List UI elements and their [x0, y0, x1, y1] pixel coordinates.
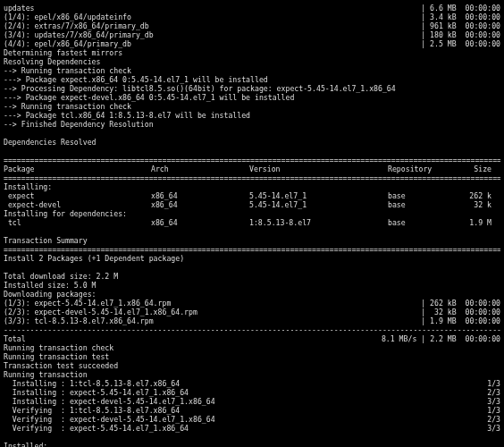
text: Total — [4, 334, 26, 343]
line: Running transaction test — [4, 352, 500, 361]
col-repo: Repository — [388, 164, 459, 173]
text: (2/4): extras/7/x86_64/primary_db — [4, 21, 149, 30]
rule: ========================================… — [4, 245, 500, 254]
text: | 3.4 kB 00:00:00 — [421, 13, 500, 21]
line: --> Processing Dependency: libtcl8.5.so(… — [4, 84, 500, 93]
line: Verifying : 1:tcl-8.5.13-8.el7.x86_641/3 — [4, 406, 500, 415]
blank — [4, 433, 500, 442]
line: Transaction Summary — [4, 236, 500, 245]
text: 3/3 — [487, 424, 500, 433]
line: Total download size: 2.2 M — [4, 272, 500, 281]
line: updates| 6.6 MB 00:00:00 — [4, 4, 500, 13]
line: --> Running transaction check — [4, 66, 500, 75]
col-pkg: Package — [4, 164, 151, 173]
col-size: Size — [459, 164, 491, 173]
line: Total8.1 MB/s | 2.2 MB 00:00:00 — [4, 334, 500, 343]
text: (2/3): expect-devel-5.45-14.el7_1.x86_64… — [4, 308, 197, 316]
line: Transaction test succeeded — [4, 361, 500, 370]
text: Verifying : expect-devel-5.45-14.el7_1.x… — [4, 415, 487, 424]
cell-pkg: expect-devel — [4, 200, 151, 209]
rule-thin: ----------------------------------------… — [4, 325, 500, 334]
text: | 2.5 MB 00:00:00 — [421, 39, 500, 48]
line: Installing : 1:tcl-8.5.13-8.el7.x86_641/… — [4, 379, 500, 388]
cell-arch: x86_64 — [151, 200, 249, 209]
cell-repo: base — [388, 218, 459, 227]
terminal[interactable]: updates| 6.6 MB 00:00:00 (1/4): epel/x86… — [0, 0, 504, 447]
text: 1/3 — [487, 406, 500, 415]
col-arch: Arch — [151, 164, 249, 173]
text: 8.1 MB/s | 2.2 MB 00:00:00 — [382, 334, 500, 343]
cell-arch: x86_64 — [151, 218, 249, 227]
cell-ver: 5.45-14.el7_1 — [249, 200, 388, 209]
line: (3/3): tcl-8.5.13-8.el7.x86_64.rpm| 1.9 … — [4, 316, 500, 325]
text: (4/4): epel/x86_64/primary_db — [4, 39, 131, 48]
text: Verifying : expect-5.45-14.el7_1.x86_64 — [4, 424, 487, 433]
line: Downloading packages: — [4, 290, 500, 299]
line: ---> Package expect.x86_64 0:5.45-14.el7… — [4, 75, 500, 84]
text: 2/3 — [487, 388, 500, 397]
cell-pkg: expect — [4, 191, 151, 200]
blank — [4, 129, 500, 138]
text: (1/3): expect-5.45-14.el7_1.x86_64.rpm — [4, 299, 171, 308]
line: (2/3): expect-devel-5.45-14.el7_1.x86_64… — [4, 308, 500, 316]
text: (1/4): epel/x86_64/updateinfo — [4, 13, 131, 21]
table-row: tclx86_641:8.5.13-8.el7base1.9 M — [4, 218, 500, 227]
text: (3/3): tcl-8.5.13-8.el7.x86_64.rpm — [4, 316, 154, 325]
cell-pkg: tcl — [4, 218, 151, 227]
cell-ver: 5.45-14.el7_1 — [249, 191, 388, 200]
line: Resolving Dependencies — [4, 57, 500, 66]
text: | 1.9 MB 00:00:00 — [421, 316, 500, 325]
line: --> Finished Dependency Resolution — [4, 120, 500, 129]
text: Installing : expect-5.45-14.el7_1.x86_64 — [4, 388, 487, 397]
text: 3/3 — [487, 397, 500, 406]
line: ---> Package tcl.x86_64 1:8.5.13-8.el7 w… — [4, 111, 500, 120]
blank — [4, 227, 500, 236]
rule: ========================================… — [4, 156, 500, 164]
text: | 32 kB 00:00:00 — [421, 308, 500, 316]
line: Verifying : expect-devel-5.45-14.el7_1.x… — [4, 415, 500, 424]
text: updates — [4, 4, 35, 13]
line: Installing : expect-devel-5.45-14.el7_1.… — [4, 397, 500, 406]
text: | 961 kB 00:00:00 — [421, 21, 500, 30]
line: Determining fastest mirrors — [4, 48, 500, 57]
text: 2/3 — [487, 415, 500, 424]
line: --> Running transaction check — [4, 102, 500, 111]
cell-size: 32 k — [459, 200, 491, 209]
text: Installing : expect-devel-5.45-14.el7_1.… — [4, 397, 487, 406]
cell-arch: x86_64 — [151, 191, 249, 200]
table-header: Package Arch Version Repository Size — [4, 164, 500, 173]
text: | 262 kB 00:00:00 — [421, 299, 500, 308]
text: (3/4): updates/7/x86_64/primary_db — [4, 30, 154, 39]
text: Installing : 1:tcl-8.5.13-8.el7.x86_64 — [4, 379, 487, 388]
text: | 180 kB 00:00:00 — [421, 30, 500, 39]
table-row: expect-develx86_645.45-14.el7_1base32 k — [4, 200, 500, 209]
rule: ========================================… — [4, 173, 500, 182]
line: Running transaction check — [4, 343, 500, 352]
text: 1/3 — [487, 379, 500, 388]
table-row: expectx86_645.45-14.el7_1base262 k — [4, 191, 500, 200]
cell-size: 1.9 M — [459, 218, 491, 227]
line: (1/3): expect-5.45-14.el7_1.x86_64.rpm| … — [4, 299, 500, 308]
line: (1/4): epel/x86_64/updateinfo| 3.4 kB 00… — [4, 13, 500, 21]
text: | 6.6 MB 00:00:00 — [421, 4, 500, 13]
cell-repo: base — [388, 200, 459, 209]
cell-repo: base — [388, 191, 459, 200]
col-ver: Version — [249, 164, 388, 173]
text: Verifying : 1:tcl-8.5.13-8.el7.x86_64 — [4, 406, 487, 415]
line: Verifying : expect-5.45-14.el7_1.x86_643… — [4, 424, 500, 433]
line: Running transaction — [4, 370, 500, 379]
line: (4/4): epel/x86_64/primary_db| 2.5 MB 00… — [4, 39, 500, 48]
line: (2/4): extras/7/x86_64/primary_db| 961 k… — [4, 21, 500, 30]
line: Dependencies Resolved — [4, 138, 500, 147]
line: Installing : expect-5.45-14.el7_1.x86_64… — [4, 388, 500, 397]
section-label: Installing: — [4, 182, 500, 191]
section-label: Installed: — [4, 442, 500, 447]
line: ---> Package expect-devel.x86_64 0:5.45-… — [4, 93, 500, 102]
line: Installed size: 5.0 M — [4, 281, 500, 290]
cell-size: 262 k — [459, 191, 491, 200]
cell-ver: 1:8.5.13-8.el7 — [249, 218, 388, 227]
blank — [4, 263, 500, 272]
line: (3/4): updates/7/x86_64/primary_db| 180 … — [4, 30, 500, 39]
line: Install 2 Packages (+1 Dependent package… — [4, 254, 500, 263]
blank — [4, 147, 500, 156]
